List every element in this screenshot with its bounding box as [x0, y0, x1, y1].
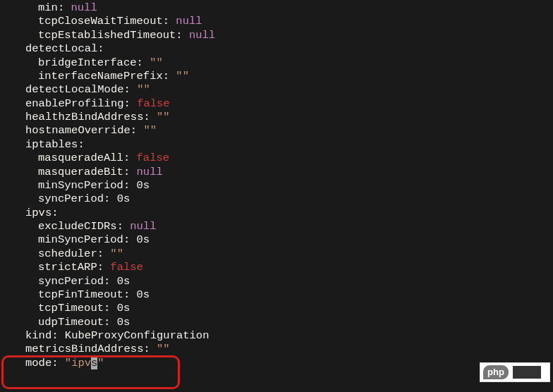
- yaml-value: null: [130, 220, 156, 233]
- yaml-key: interfaceNamePrefix: [38, 70, 163, 82]
- code-line: interfaceNamePrefix: "": [13, 70, 553, 83]
- yaml-value: "": [157, 111, 170, 123]
- code-line: hostnameOverride: "": [13, 124, 553, 137]
- yaml-value: 0s: [117, 275, 130, 288]
- yaml-key: masqueradeBit: [38, 166, 123, 178]
- yaml-key: iptables: [25, 138, 78, 151]
- yaml-key: kind: [25, 329, 51, 342]
- yaml-value: false: [110, 261, 143, 274]
- code-line: min: null: [13, 1, 553, 15]
- code-line-mode: mode: "ipvs": [13, 357, 553, 370]
- yaml-key: excludeCIDRs: [38, 220, 117, 233]
- yaml-value: null: [137, 166, 163, 178]
- yaml-value: "": [110, 247, 123, 260]
- yaml-key: udpTimeout: [38, 316, 104, 329]
- yaml-key: scheduler: [38, 247, 97, 260]
- yaml-key: min: [38, 1, 58, 14]
- yaml-value: 0s: [137, 233, 150, 246]
- yaml-key: bridgeInterface: [38, 56, 137, 69]
- php-badge: php: [483, 365, 509, 379]
- code-line: excludeCIDRs: null: [13, 220, 553, 233]
- yaml-value: 0s: [117, 302, 130, 314]
- yaml-key: healthzBindAddress: [25, 111, 143, 123]
- code-line: detectLocalMode: "": [13, 83, 553, 97]
- yaml-value: false: [137, 152, 170, 164]
- yaml-key: detectLocal: [25, 42, 97, 55]
- yaml-key: masqueradeAll: [38, 152, 123, 164]
- code-line: strictARP: false: [13, 261, 553, 274]
- code-line: syncPeriod: 0s: [13, 192, 553, 206]
- yaml-value: "": [137, 83, 150, 96]
- yaml-key: tcpCloseWaitTimeout: [38, 15, 163, 27]
- yaml-value: 0s: [137, 179, 150, 192]
- yaml-key: syncPeriod: [38, 192, 104, 205]
- yaml-value: KubeProxyConfiguration: [65, 329, 209, 342]
- code-line: masqueradeAll: false: [13, 152, 553, 165]
- yaml-key: minSyncPeriod: [38, 179, 123, 192]
- code-line: ipvs:: [13, 207, 553, 220]
- code-line: scheduler: "": [13, 247, 553, 261]
- yaml-code-block: min: nulltcpCloseWaitTimeout: nulltcpEst…: [13, 1, 553, 357]
- code-line: metricsBindAddress: "": [13, 343, 553, 356]
- yaml-key: hostnameOverride: [25, 124, 130, 137]
- cn-badge: [513, 366, 541, 379]
- yaml-value: "": [157, 343, 170, 355]
- cursor: s: [91, 357, 97, 369]
- code-line: minSyncPeriod: 0s: [13, 233, 553, 247]
- yaml-key: tcpTimeout: [38, 302, 104, 314]
- yaml-key: enableProfiling: [25, 97, 124, 110]
- code-line: bridgeInterface: "": [13, 56, 553, 70]
- yaml-value: 0s: [117, 192, 130, 205]
- code-line: tcpCloseWaitTimeout: null: [13, 15, 553, 28]
- yaml-value: null: [176, 15, 202, 27]
- yaml-key: tcpFinTimeout: [38, 288, 123, 301]
- yaml-value: "": [150, 56, 163, 69]
- yaml-value: "": [176, 70, 189, 82]
- code-line: iptables:: [13, 138, 553, 152]
- code-line: udpTimeout: 0s: [13, 316, 553, 329]
- yaml-key: tcpEstablishedTimeout: [38, 29, 176, 42]
- yaml-value: "": [143, 124, 157, 137]
- yaml-key: mode: [25, 357, 51, 369]
- yaml-value: null: [189, 29, 215, 42]
- yaml-key: metricsBindAddress: [25, 343, 143, 355]
- watermark-logo: php: [480, 362, 550, 382]
- code-line: detectLocal:: [13, 42, 553, 56]
- yaml-value: false: [137, 97, 170, 110]
- yaml-key: syncPeriod: [38, 275, 104, 288]
- yaml-key: minSyncPeriod: [38, 233, 123, 246]
- code-line: enableProfiling: false: [13, 97, 553, 111]
- code-line: masqueradeBit: null: [13, 166, 553, 179]
- yaml-value: 0s: [137, 288, 150, 301]
- code-line: healthzBindAddress: "": [13, 111, 553, 124]
- code-line: minSyncPeriod: 0s: [13, 179, 553, 192]
- code-line: tcpEstablishedTimeout: null: [13, 29, 553, 42]
- code-line: tcpTimeout: 0s: [13, 302, 553, 315]
- code-line: tcpFinTimeout: 0s: [13, 288, 553, 302]
- code-line: syncPeriod: 0s: [13, 275, 553, 288]
- code-line: kind: KubeProxyConfiguration: [13, 329, 553, 343]
- yaml-key: ipvs: [25, 207, 51, 219]
- yaml-value: null: [71, 1, 97, 14]
- yaml-key: detectLocalMode: [25, 83, 124, 96]
- yaml-key: strictARP: [38, 261, 97, 274]
- yaml-value: 0s: [117, 316, 130, 329]
